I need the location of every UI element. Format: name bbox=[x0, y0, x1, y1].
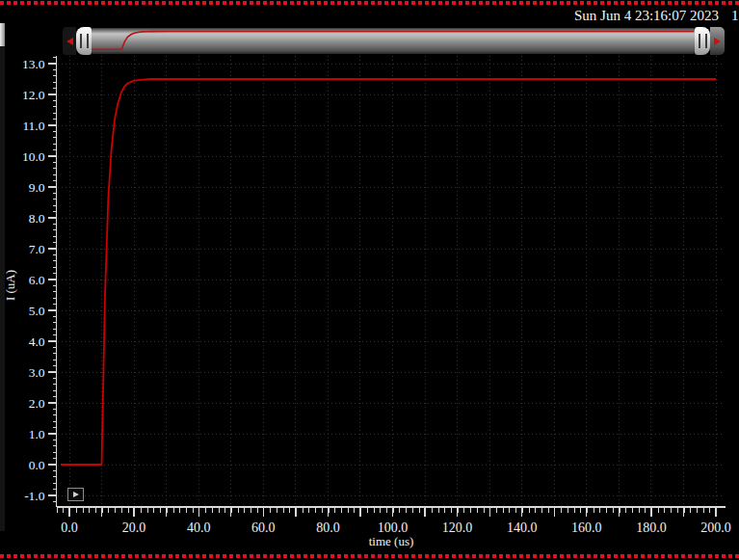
x-tick-label: 180.0 bbox=[636, 520, 667, 535]
x-tick-label: 120.0 bbox=[442, 520, 473, 535]
y-tick-label: -1.0 bbox=[24, 489, 45, 503]
y-tick-label: 3.0 bbox=[29, 365, 45, 380]
y-tick-label: 4.0 bbox=[29, 334, 45, 349]
x-tick-label: 160.0 bbox=[571, 520, 602, 535]
y-tick-label: 8.0 bbox=[29, 211, 45, 226]
y-tick-label: 11.0 bbox=[22, 119, 44, 133]
y-tick-label: 13.0 bbox=[22, 57, 45, 71]
x-tick-label: 0.0 bbox=[61, 520, 78, 535]
x-axis bbox=[57, 507, 726, 517]
x-tick-label: 200.0 bbox=[700, 520, 731, 535]
marker-play-button[interactable] bbox=[67, 488, 84, 501]
x-tick-label: 40.0 bbox=[187, 520, 211, 535]
y-tick-label: 12.0 bbox=[22, 88, 45, 102]
waveform-trace bbox=[61, 79, 716, 465]
y-tick-label: 2.0 bbox=[29, 396, 45, 411]
x-tick-label: 140.0 bbox=[507, 520, 538, 535]
x-tick-label: 60.0 bbox=[251, 520, 276, 535]
x-tick-label: 80.0 bbox=[316, 520, 340, 535]
y-tick-label: 9.0 bbox=[29, 180, 45, 195]
y-tick-labels: -1.00.01.02.03.04.05.06.07.08.09.010.011… bbox=[22, 57, 45, 503]
x-tick-label: 20.0 bbox=[122, 520, 146, 535]
y-tick-label: 6.0 bbox=[29, 273, 45, 287]
y-tick-label: 0.0 bbox=[29, 458, 45, 472]
y-axis-title: I (uA) bbox=[3, 270, 18, 301]
y-axis bbox=[48, 56, 57, 507]
play-icon bbox=[73, 492, 79, 497]
waveform-plot-area[interactable]: -1.00.01.02.03.04.05.06.07.08.09.010.011… bbox=[0, 0, 739, 560]
x-tick-labels: 0.020.040.060.080.0100.0120.0140.0160.01… bbox=[61, 520, 731, 535]
x-axis-title: time (us) bbox=[369, 534, 414, 549]
y-tick-label: 7.0 bbox=[29, 242, 45, 256]
grid bbox=[58, 56, 725, 506]
waveform-viewer-window: Sun Jun 4 23:16:07 2023 1 -1.00.01.02.03… bbox=[0, 0, 739, 560]
y-tick-label: 1.0 bbox=[29, 427, 45, 441]
y-tick-label: 5.0 bbox=[29, 304, 45, 318]
y-tick-label: 10.0 bbox=[22, 149, 45, 164]
x-tick-label: 100.0 bbox=[378, 520, 409, 535]
